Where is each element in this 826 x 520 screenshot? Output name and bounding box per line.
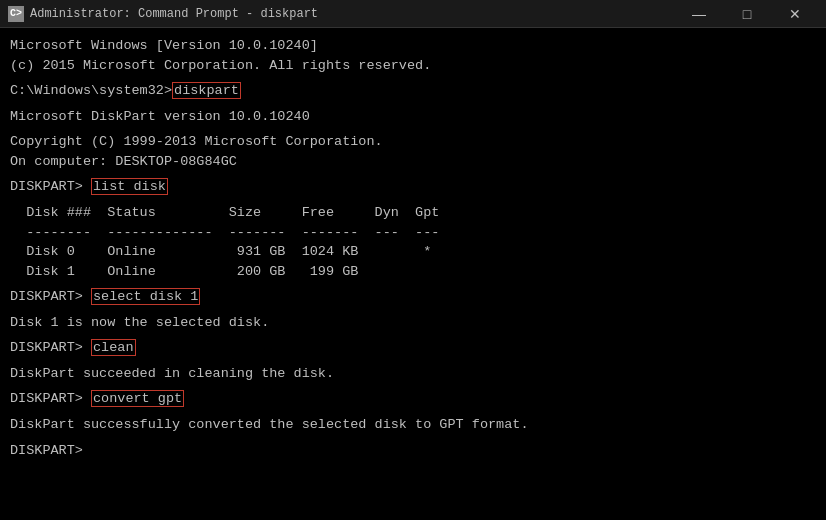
title-bar-controls: — □ ✕: [676, 0, 818, 28]
output-line: DiskPart succeeded in cleaning the disk.: [10, 364, 816, 384]
command-text: list disk: [91, 178, 168, 195]
minimize-button[interactable]: —: [676, 0, 722, 28]
title-bar: C> Administrator: Command Prompt - diskp…: [0, 0, 826, 28]
command-text: convert gpt: [91, 390, 184, 407]
output-line: DISKPART>: [10, 441, 816, 461]
prompt-prefix: DISKPART>: [10, 340, 91, 355]
output-line: Copyright (C) 1999-2013 Microsoft Corpor…: [10, 132, 816, 152]
output-line: Microsoft DiskPart version 10.0.10240: [10, 107, 816, 127]
prompt-prefix: DISKPART>: [10, 289, 91, 304]
command-text: diskpart: [172, 82, 241, 99]
prompt-prefix: DISKPART>: [10, 391, 91, 406]
command-line: C:\Windows\system32>diskpart: [10, 81, 816, 101]
output-line: (c) 2015 Microsoft Corporation. All righ…: [10, 56, 816, 76]
prompt-prefix: C:\Windows\system32>: [10, 83, 172, 98]
window: C> Administrator: Command Prompt - diskp…: [0, 0, 826, 520]
output-line: Disk ### Status Size Free Dyn Gpt: [10, 203, 816, 223]
command-line: DISKPART> clean: [10, 338, 816, 358]
output-line: Disk 0 Online 931 GB 1024 KB *: [10, 242, 816, 262]
maximize-button[interactable]: □: [724, 0, 770, 28]
command-line: DISKPART> select disk 1: [10, 287, 816, 307]
output-line: Disk 1 is now the selected disk.: [10, 313, 816, 333]
prompt-prefix: DISKPART>: [10, 179, 91, 194]
command-text: select disk 1: [91, 288, 200, 305]
terminal[interactable]: Microsoft Windows [Version 10.0.10240](c…: [0, 28, 826, 520]
output-line: Disk 1 Online 200 GB 199 GB: [10, 262, 816, 282]
title-bar-left: C> Administrator: Command Prompt - diskp…: [8, 6, 318, 22]
output-line: -------- ------------- ------- ------- -…: [10, 223, 816, 243]
command-line: DISKPART> convert gpt: [10, 389, 816, 409]
title-bar-text: Administrator: Command Prompt - diskpart: [30, 7, 318, 21]
cmd-icon: C>: [8, 6, 24, 22]
command-text: clean: [91, 339, 136, 356]
output-line: DiskPart successfully converted the sele…: [10, 415, 816, 435]
command-line: DISKPART> list disk: [10, 177, 816, 197]
close-button[interactable]: ✕: [772, 0, 818, 28]
output-line: Microsoft Windows [Version 10.0.10240]: [10, 36, 816, 56]
output-line: On computer: DESKTOP-08G84GC: [10, 152, 816, 172]
